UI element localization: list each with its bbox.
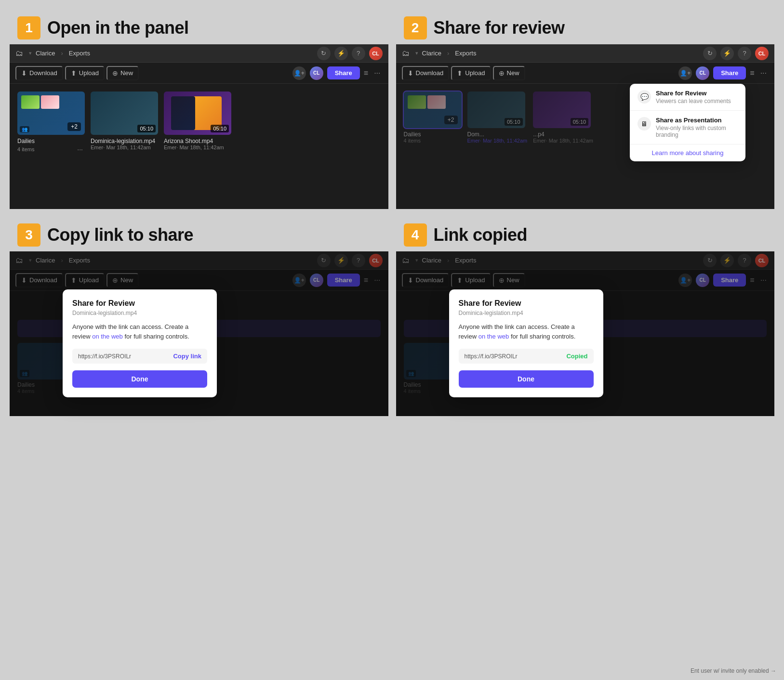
modal-body-3: Anyone with the link can access. Create … bbox=[72, 322, 207, 341]
list-icon-2[interactable]: ≡ bbox=[750, 69, 754, 78]
content-area-1: +2 👥 Dailies 4 items ··· bbox=[10, 84, 388, 209]
modal-subtitle-3: Dominica-legislation.mp4 bbox=[72, 310, 207, 316]
link-row-4: https://f.io/3PSROILr Copied bbox=[459, 349, 594, 364]
step-number-1: 1 bbox=[17, 16, 40, 39]
share-button-1[interactable]: Share bbox=[327, 66, 360, 79]
panel-1: 1 Open in the panel 🗂 ▾ Clarice › Export… bbox=[10, 10, 388, 209]
comment-icon: 💬 bbox=[638, 90, 651, 104]
file-grid-1: +2 👥 Dailies 4 items ··· bbox=[17, 92, 381, 154]
duration-badge-1: 05:10 bbox=[137, 125, 156, 132]
presentation-icon: 🖥 bbox=[638, 117, 651, 131]
panel-4: 4 Link copied 🗂 ▾ Clarice › Exports ↻ ⚡ … bbox=[396, 217, 775, 416]
duration-badge-2: 05:10 bbox=[211, 125, 229, 132]
new-button-2[interactable]: ⊕ New bbox=[493, 66, 525, 80]
file-item-video2[interactable]: 05:10 Arizona Shoot.mp4 Emer· Mar 18th, … bbox=[164, 92, 231, 154]
file-meta-video2: Emer· Mar 18th, 11:42am bbox=[164, 144, 231, 150]
step-title-4: Link copied bbox=[434, 225, 528, 245]
breadcrumb-user-1: Clarice bbox=[36, 50, 55, 57]
folder-people-icon: 👥 bbox=[20, 126, 29, 132]
panel-3: 3 Copy link to share 🗂 ▾ Clarice › Expor… bbox=[10, 217, 388, 416]
upload-icon: ⬆ bbox=[71, 69, 77, 77]
toolbar-2: ⬇ Download ⬆ Upload ⊕ New 👤+ CL Share ≡ … bbox=[396, 63, 775, 84]
app-logo-1: 🗂 bbox=[15, 49, 23, 58]
more-options-2[interactable]: ··· bbox=[758, 68, 769, 78]
download-button-2[interactable]: ⬇ Download bbox=[402, 66, 450, 80]
file-name-video1-2: Dom... bbox=[467, 131, 525, 138]
titlebar-1: 🗂 ▾ Clarice › Exports ↻ ⚡ ? CL bbox=[10, 44, 388, 63]
help-icon-2[interactable]: ? bbox=[738, 47, 751, 60]
footer-note-1: Ent user w/ invite only enabled → bbox=[691, 667, 776, 674]
download-button-1[interactable]: ⬇ Download bbox=[15, 66, 63, 80]
share-as-presentation-item[interactable]: 🖥 Share as Presentation View-only links … bbox=[630, 111, 745, 144]
file-item-video1-2: 05:10 Dom... Emer· Mar 18th, 11:42am bbox=[467, 92, 528, 144]
add-user-icon-2[interactable]: 👤+ bbox=[678, 66, 692, 80]
upload-button-1[interactable]: ⬆ Upload bbox=[65, 66, 105, 80]
step-number-4: 4 bbox=[404, 223, 427, 247]
share-modal-4: Share for Review Dominica-legislation.mp… bbox=[449, 289, 603, 397]
file-item-video1[interactable]: 05:10 Dominica-legislation.mp4 Emer· Mar… bbox=[91, 92, 158, 154]
new-button-1[interactable]: ⊕ New bbox=[106, 66, 139, 80]
count-badge-2: +2 bbox=[444, 116, 458, 124]
upload-button-2[interactable]: ⬆ Upload bbox=[451, 66, 491, 80]
plus-icon: ⊕ bbox=[112, 69, 118, 77]
download-icon-2: ⬇ bbox=[408, 69, 413, 77]
count-badge: +2 bbox=[67, 122, 81, 131]
refresh-icon-2[interactable]: ↻ bbox=[703, 47, 717, 60]
breadcrumb-sep-2: › bbox=[447, 50, 449, 57]
upload-icon-2: ⬆ bbox=[457, 69, 463, 77]
chevron-down-icon-2: ▾ bbox=[415, 50, 418, 56]
modal-title-3: Share for Review bbox=[72, 299, 207, 308]
step-title-2: Share for review bbox=[434, 18, 565, 38]
file-name-video2: Arizona Shoot.mp4 bbox=[164, 138, 231, 144]
file-name-video1: Dominica-legislation.mp4 bbox=[91, 138, 158, 144]
plus-icon-2: ⊕ bbox=[499, 69, 505, 77]
modal-overlay-4: Share for Review Dominica-legislation.mp… bbox=[396, 251, 775, 416]
breadcrumb-user-2: Clarice bbox=[422, 50, 441, 57]
toolbar-1: ⬇ Download ⬆ Upload ⊕ New 👤+ CL Share ≡ … bbox=[10, 63, 388, 84]
file-name-dailies-2: Dailies bbox=[404, 131, 462, 138]
breadcrumb-sep-1: › bbox=[61, 50, 63, 57]
done-button-3[interactable]: Done bbox=[72, 370, 207, 388]
file-meta-video1: Emer· Mar 18th, 11:42am bbox=[91, 144, 158, 150]
share-dropdown: 💬 Share for Review Viewers can leave com… bbox=[630, 84, 745, 161]
copy-link-button-3[interactable]: Copy link bbox=[173, 353, 201, 360]
breadcrumb-folder-1: Exports bbox=[69, 50, 90, 57]
link-row-3: https://f.io/3PSROILr Copy link bbox=[72, 349, 207, 364]
learn-more-link[interactable]: Learn more about sharing bbox=[630, 144, 745, 161]
step-number-2: 2 bbox=[404, 16, 427, 39]
app-logo-2: 🗂 bbox=[402, 49, 410, 58]
add-user-icon-1[interactable]: 👤+ bbox=[292, 66, 306, 80]
step-title-1: Open in the panel bbox=[47, 18, 189, 38]
modal-body-4: Anyone with the link can access. Create … bbox=[459, 322, 594, 341]
share-for-review-sub: Viewers can leave comments bbox=[656, 98, 738, 105]
file-item-dailies-2: +2 Dailies 4 items bbox=[404, 92, 462, 144]
lightning-icon[interactable]: ⚡ bbox=[334, 47, 348, 60]
refresh-icon[interactable]: ↻ bbox=[317, 47, 331, 60]
share-for-review-item[interactable]: 💬 Share for Review Viewers can leave com… bbox=[630, 84, 745, 110]
chevron-down-icon: ▾ bbox=[29, 50, 32, 56]
on-the-web-link-3[interactable]: on the web bbox=[92, 333, 123, 340]
lightning-icon-2[interactable]: ⚡ bbox=[720, 47, 734, 60]
file-name-dailies: Dailies bbox=[17, 138, 85, 144]
help-icon[interactable]: ? bbox=[352, 47, 365, 60]
share-as-presentation-sub: View-only links with custom branding bbox=[656, 125, 738, 138]
file-meta-dailies: 4 items ··· bbox=[17, 144, 85, 154]
download-icon: ⬇ bbox=[21, 69, 27, 77]
avatar-toolbar-1: CL bbox=[310, 66, 323, 80]
modal-overlay-3: Share for Review Dominica-legislation.mp… bbox=[10, 251, 388, 416]
share-button-2[interactable]: Share bbox=[713, 66, 746, 79]
more-options-1[interactable]: ··· bbox=[372, 68, 382, 78]
link-url-4: https://f.io/3PSROILr bbox=[465, 353, 563, 360]
share-modal-3: Share for Review Dominica-legislation.mp… bbox=[63, 289, 217, 397]
breadcrumb-folder-2: Exports bbox=[455, 50, 476, 57]
on-the-web-link-4[interactable]: on the web bbox=[478, 333, 509, 340]
avatar-toolbar-2: CL bbox=[696, 66, 709, 80]
share-for-review-title: Share for Review bbox=[656, 90, 738, 97]
list-icon-1[interactable]: ≡ bbox=[364, 69, 368, 78]
done-button-4[interactable]: Done bbox=[459, 370, 594, 388]
panel-2: 2 Share for review 🗂 ▾ Clarice › Exports… bbox=[396, 10, 775, 209]
file-item-dailies[interactable]: +2 👥 Dailies 4 items ··· bbox=[17, 92, 85, 154]
avatar-1: CL bbox=[369, 47, 383, 60]
share-as-presentation-title: Share as Presentation bbox=[656, 117, 738, 124]
step-title-3: Copy link to share bbox=[47, 225, 193, 245]
